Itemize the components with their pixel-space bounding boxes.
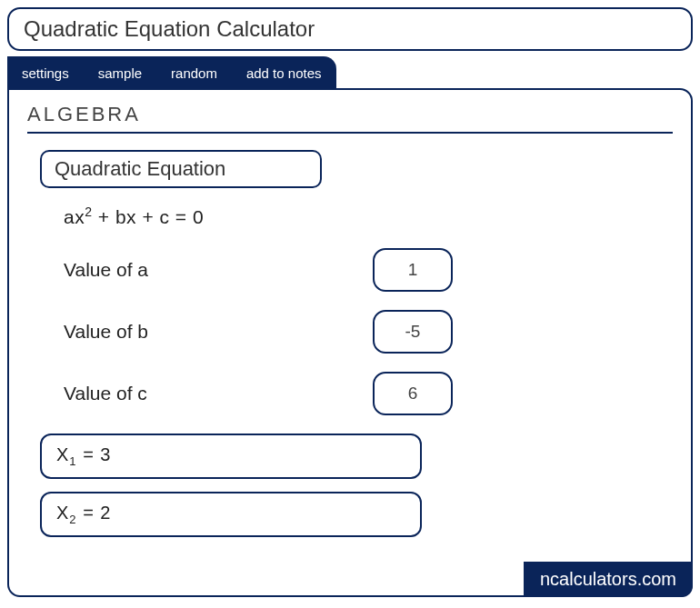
tab-sample[interactable]: sample bbox=[84, 56, 156, 90]
app-title: Quadratic Equation Calculator bbox=[7, 7, 693, 51]
tab-random[interactable]: random bbox=[156, 56, 232, 90]
input-row-b: Value of b -5 bbox=[64, 310, 673, 354]
result-x1-value: = 3 bbox=[77, 444, 112, 464]
label-b: Value of b bbox=[64, 321, 373, 343]
result-x1: X1 = 3 bbox=[40, 434, 422, 479]
main-panel: ALGEBRA Quadratic Equation ax2 + bx + c … bbox=[7, 88, 693, 597]
input-a[interactable]: 1 bbox=[373, 248, 453, 292]
brand-badge: ncalculators.com bbox=[524, 562, 693, 597]
input-b[interactable]: -5 bbox=[373, 310, 453, 354]
result-x1-sub: 1 bbox=[69, 454, 76, 468]
formula-part-rest: + bx + c = 0 bbox=[92, 206, 204, 227]
label-c: Value of c bbox=[64, 383, 373, 404]
result-x1-var: X bbox=[56, 444, 69, 464]
tab-bar: settings sample random add to notes bbox=[7, 56, 336, 90]
section-title: Quadratic Equation bbox=[40, 150, 322, 188]
result-x2-var: X bbox=[56, 503, 69, 523]
tab-settings[interactable]: settings bbox=[7, 56, 84, 90]
result-x2-sub: 2 bbox=[69, 513, 76, 526]
input-c[interactable]: 6 bbox=[373, 372, 453, 415]
input-row-c: Value of c 6 bbox=[64, 372, 673, 415]
input-row-a: Value of a 1 bbox=[64, 248, 673, 292]
formula-part-a: ax bbox=[64, 206, 85, 227]
category-label: ALGEBRA bbox=[27, 103, 673, 134]
label-a: Value of a bbox=[64, 259, 373, 281]
result-x2-value: = 2 bbox=[77, 503, 112, 523]
equation-formula: ax2 + bx + c = 0 bbox=[64, 204, 673, 228]
tab-add-to-notes[interactable]: add to notes bbox=[232, 56, 336, 90]
result-x2: X2 = 2 bbox=[40, 492, 422, 537]
